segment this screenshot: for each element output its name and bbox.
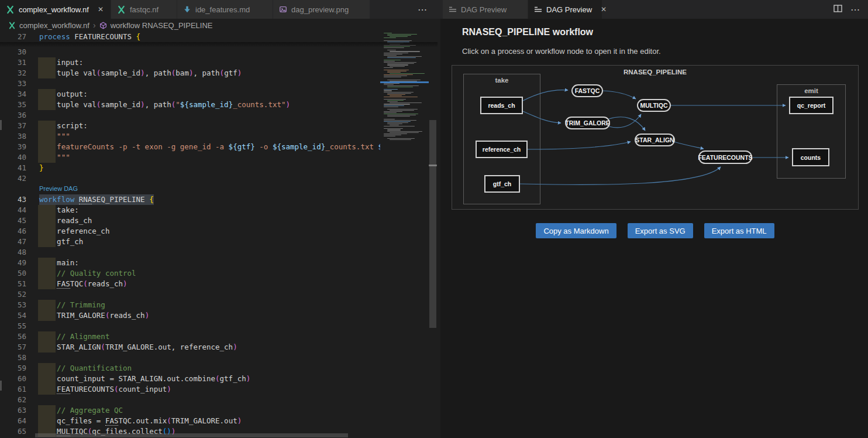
code-line[interactable]: reads_ch bbox=[39, 215, 92, 226]
breadcrumb-file[interactable]: complex_workflow.nf bbox=[19, 21, 89, 30]
token: script: bbox=[39, 121, 88, 130]
dag-node-counts[interactable]: counts bbox=[792, 148, 829, 166]
nextflow-icon bbox=[6, 5, 15, 14]
dag-node-gtf-ch[interactable]: gtf_ch bbox=[484, 175, 520, 193]
minimap[interactable] bbox=[380, 32, 429, 438]
close-icon[interactable]: ✕ bbox=[98, 5, 104, 13]
line-number: 54 bbox=[0, 310, 26, 321]
code-row: 50 // Quality control bbox=[0, 268, 380, 279]
token: reads_ch bbox=[88, 279, 123, 288]
code-line[interactable]: workflow RNASEQ_PIPELINE { bbox=[39, 194, 154, 205]
tab-complex-workflow-nf[interactable]: complex_workflow.nf ✕ bbox=[0, 0, 111, 19]
dag-node-qc-report[interactable]: qc_report bbox=[789, 97, 833, 114]
minimap-line bbox=[384, 76, 407, 76]
code-line[interactable]: // Quality control bbox=[39, 268, 136, 279]
code-line[interactable]: script: bbox=[39, 121, 88, 131]
code-line[interactable]: // Quantification bbox=[39, 363, 132, 374]
sticky-scroll-line[interactable]: 27 process FEATURECOUNTS { bbox=[0, 32, 380, 42]
markdown-file-icon bbox=[183, 5, 191, 13]
export-as-html-button[interactable]: Export as HTML bbox=[704, 223, 774, 238]
token: ) bbox=[246, 374, 251, 383]
line-number: 58 bbox=[0, 353, 26, 363]
export-buttons-row: Copy as Markdown Export as SVG Export as… bbox=[452, 223, 859, 238]
code-line[interactable]: // Alignment bbox=[39, 331, 109, 342]
preview-icon bbox=[534, 6, 542, 13]
token: // Trimming bbox=[39, 300, 105, 309]
tab-ide-features-md[interactable]: ide_features.md bbox=[177, 0, 273, 19]
code-line[interactable]: FASTQC(reads_ch) bbox=[39, 279, 128, 289]
code-row: 56 // Alignment bbox=[0, 331, 380, 342]
more-actions-icon[interactable]: ⋯ bbox=[850, 4, 860, 15]
gutter-decoration bbox=[0, 120, 2, 130]
line-number: 39 bbox=[0, 142, 26, 152]
chevron-right-icon: › bbox=[93, 20, 96, 30]
minimap-line bbox=[384, 37, 396, 38]
token: ( bbox=[101, 343, 105, 351]
minimap-line bbox=[384, 62, 416, 63]
dag-node-reads-ch[interactable]: reads_ch bbox=[480, 97, 523, 114]
code-line[interactable]: input: bbox=[39, 57, 83, 68]
token: tuple val bbox=[39, 69, 97, 77]
vertical-scrollbar[interactable] bbox=[429, 32, 437, 438]
dag-node-featurecounts[interactable]: FEATURECOUNTS bbox=[698, 150, 752, 164]
dag-node-trim-galore[interactable]: TRIM_GALORE bbox=[565, 117, 610, 129]
line-number: 56 bbox=[0, 331, 26, 342]
tab-dag-preview-inactive[interactable]: DAG Preview bbox=[443, 0, 528, 19]
line-number: 51 bbox=[0, 279, 26, 289]
code-line[interactable]: // Trimming bbox=[39, 300, 105, 310]
code-line[interactable]: tuple val(sample_id), path("${sample_id}… bbox=[39, 100, 290, 110]
code-line[interactable]: } bbox=[39, 163, 44, 173]
code-line[interactable]: """ bbox=[39, 152, 70, 163]
minimap-line bbox=[384, 112, 397, 113]
dag-node-multiqc[interactable]: MULTIQC bbox=[637, 99, 671, 112]
token: // Quantification bbox=[39, 364, 132, 372]
breadcrumb-symbol[interactable]: workflow RNASEQ_PIPELINE bbox=[111, 21, 213, 30]
token: , path bbox=[145, 69, 171, 77]
code-line[interactable]: main: bbox=[39, 258, 79, 268]
code-line[interactable]: featureCounts -p -t exon -g gene_id -a $… bbox=[39, 142, 380, 152]
code-line[interactable]: // Aggregate QC bbox=[39, 405, 123, 416]
horizontal-scrollbar[interactable] bbox=[35, 433, 348, 437]
code-editor[interactable]: 27 process FEATURECOUNTS { 3031 input:32… bbox=[0, 32, 440, 438]
scrollbar-thumb[interactable] bbox=[429, 120, 436, 328]
split-editor-icon[interactable] bbox=[833, 5, 842, 14]
code-line[interactable]: gtf_ch bbox=[39, 237, 83, 247]
minimap-line bbox=[384, 89, 398, 90]
minimap-line bbox=[384, 67, 393, 68]
export-as-svg-button[interactable]: Export as SVG bbox=[628, 223, 693, 238]
line-number: 53 bbox=[0, 300, 26, 310]
minimap-line bbox=[384, 55, 397, 56]
token: TRIM_GALORE bbox=[39, 311, 105, 320]
code-row: 58 bbox=[0, 353, 380, 363]
dag-node-reference-ch[interactable]: reference_ch bbox=[476, 141, 528, 158]
code-line[interactable]: count_input = STAR_ALIGN.out.combine(gtf… bbox=[39, 374, 250, 384]
code-line[interactable]: qc_files = FASTQC.out.mix(TRIM_GALORE.ou… bbox=[39, 416, 242, 426]
token: TQC bbox=[70, 279, 84, 288]
minimap-line bbox=[387, 63, 414, 64]
code-line[interactable]: TRIM_GALORE(reads_ch) bbox=[39, 310, 149, 321]
token: // Alignment bbox=[39, 332, 109, 341]
minimap-line bbox=[387, 35, 411, 36]
tab-dag-preview-png[interactable]: dag_preview.png bbox=[273, 0, 370, 19]
minimap-line bbox=[384, 121, 411, 122]
dag-node-star-align[interactable]: STAR_ALIGN bbox=[635, 134, 675, 146]
close-icon[interactable]: ✕ bbox=[601, 5, 607, 13]
copy-as-markdown-button[interactable]: Copy as Markdown bbox=[536, 223, 616, 238]
dag-node-label: qc_report bbox=[797, 102, 825, 109]
codelens-preview-dag-link[interactable]: Preview DAG bbox=[39, 184, 78, 193]
token: take: bbox=[39, 206, 79, 214]
code-line[interactable]: take: bbox=[39, 205, 79, 215]
code-line[interactable]: """ bbox=[39, 131, 70, 142]
code-line[interactable]: STAR_ALIGN(TRIM_GALORE.out, reference_ch… bbox=[39, 342, 237, 353]
tab-fastqc-nf[interactable]: fastqc.nf bbox=[111, 0, 177, 19]
minimap-line bbox=[387, 116, 410, 117]
tab-dag-preview-active[interactable]: DAG Preview ✕ bbox=[528, 0, 602, 19]
dag-node-label: FASTQC bbox=[575, 87, 600, 94]
dag-node-fastqc[interactable]: FASTQC bbox=[571, 84, 603, 97]
code-line[interactable]: output: bbox=[39, 89, 88, 100]
code-line[interactable]: tuple val(sample_id), path(bam), path(gt… bbox=[39, 68, 242, 78]
minimap-line bbox=[384, 70, 409, 70]
tab-overflow-icon[interactable]: ⋯ bbox=[418, 4, 428, 15]
code-line[interactable]: reference_ch bbox=[39, 226, 109, 237]
code-line[interactable]: FEATURECOUNTS(count_input) bbox=[39, 384, 171, 395]
